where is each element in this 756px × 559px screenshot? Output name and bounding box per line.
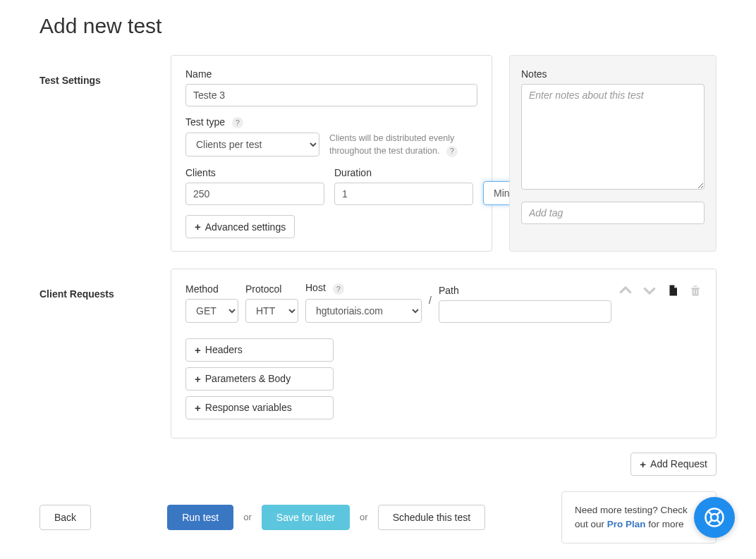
client-requests-panel: Method GET Protocol HTT Host ? hgtutoria… xyxy=(171,269,717,438)
parameters-body-button[interactable]: + Parameters & Body xyxy=(185,367,334,391)
copy-icon[interactable] xyxy=(666,283,679,297)
path-input[interactable] xyxy=(439,300,611,323)
notes-label: Notes xyxy=(521,68,705,80)
test-type-hint: Clients will be distributed evenly throu… xyxy=(329,133,477,157)
test-type-select[interactable]: Clients per test xyxy=(185,133,319,156)
plus-icon: + xyxy=(195,221,201,233)
clients-label: Clients xyxy=(185,167,324,178)
move-up-icon[interactable] xyxy=(618,283,633,297)
svg-point-3 xyxy=(711,514,718,521)
plus-icon: + xyxy=(195,373,201,385)
or-text: or xyxy=(243,512,252,522)
svg-line-6 xyxy=(708,520,712,524)
svg-line-4 xyxy=(708,511,712,515)
headers-button[interactable]: + Headers xyxy=(185,338,334,362)
add-tag-input[interactable] xyxy=(521,202,705,224)
svg-rect-0 xyxy=(694,290,695,295)
plus-icon: + xyxy=(640,458,646,470)
method-select[interactable]: GET xyxy=(185,299,238,323)
help-icon[interactable]: ? xyxy=(333,283,344,295)
notes-panel: Notes xyxy=(509,55,717,252)
clients-input[interactable] xyxy=(185,183,324,205)
save-for-later-button[interactable]: Save for later xyxy=(262,505,350,530)
test-settings-panel: Name Test type ? Clients per test Client… xyxy=(171,55,492,252)
duration-label: Duration xyxy=(334,167,473,178)
help-fab[interactable] xyxy=(694,497,735,538)
help-icon[interactable]: ? xyxy=(446,146,458,157)
schedule-test-button[interactable]: Schedule this test xyxy=(378,505,486,530)
promo-panel: Need more testing? Check out our Pro Pla… xyxy=(561,491,717,544)
response-variables-button[interactable]: + Response variables xyxy=(185,396,334,419)
path-slash: / xyxy=(429,295,432,310)
section-label-client-requests: Client Requests xyxy=(39,269,154,438)
test-type-label: Test type ? xyxy=(185,116,477,128)
pro-plan-link[interactable]: Pro Plan xyxy=(607,519,646,529)
name-label: Name xyxy=(185,68,477,80)
or-text: or xyxy=(360,512,368,522)
name-input[interactable] xyxy=(185,84,477,106)
add-request-button[interactable]: + Add Request xyxy=(630,453,717,476)
run-test-button[interactable]: Run test xyxy=(167,505,233,530)
path-label: Path xyxy=(439,285,611,296)
duration-input[interactable] xyxy=(334,183,473,205)
trash-icon[interactable] xyxy=(689,283,702,297)
notes-textarea[interactable] xyxy=(521,84,705,190)
protocol-select[interactable]: HTT xyxy=(245,299,298,323)
back-button[interactable]: Back xyxy=(39,505,91,530)
plus-icon: + xyxy=(195,344,201,356)
help-icon[interactable]: ? xyxy=(232,117,243,128)
host-label: Host ? xyxy=(305,282,422,294)
section-label-test-settings: Test Settings xyxy=(39,55,154,252)
protocol-label: Protocol xyxy=(245,283,298,295)
svg-rect-1 xyxy=(696,290,697,295)
svg-line-7 xyxy=(717,520,721,524)
host-select[interactable]: hgtutoriais.com xyxy=(305,299,422,323)
lifebuoy-icon xyxy=(704,507,725,528)
advanced-settings-button[interactable]: + Advanced settings xyxy=(185,215,295,238)
method-label: Method xyxy=(185,283,238,295)
plus-icon: + xyxy=(195,402,201,414)
move-down-icon[interactable] xyxy=(642,283,657,297)
page-title: Add new test xyxy=(39,14,717,38)
svg-line-5 xyxy=(717,511,721,515)
